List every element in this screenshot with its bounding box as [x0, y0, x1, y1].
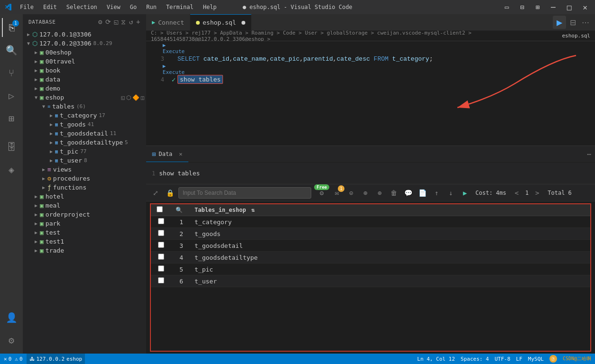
execute-link[interactable]: ▶ Execute	[163, 42, 185, 55]
tree-functions[interactable]: ▶ ƒ functions	[23, 183, 146, 192]
encoding-indicator[interactable]: UTF-8	[494, 356, 510, 362]
github-btn[interactable]: ⊙	[345, 187, 357, 199]
split-editor-btn[interactable]: ⊟	[568, 18, 578, 27]
explorer-activity-btn[interactable]: ⎘ 1	[2, 18, 21, 37]
prev-page-btn[interactable]: <	[511, 187, 522, 199]
new-file-btn[interactable]: 📄	[417, 187, 428, 199]
row-checkbox[interactable]	[158, 218, 164, 224]
row-checkbox[interactable]	[158, 254, 164, 260]
row-checkbox[interactable]	[158, 230, 164, 236]
add-row-btn[interactable]: ⊕	[360, 187, 371, 199]
tree-server1[interactable]: ▶ ⬡ 127.0.0.1@3306	[23, 30, 146, 39]
titlebar-menu[interactable]: File Edit Selection View Go Run Terminal…	[16, 3, 221, 11]
settings-icon[interactable]: ⚙	[98, 18, 102, 26]
row-checkbox[interactable]	[158, 242, 164, 248]
copy-btn[interactable]: ⊕	[374, 187, 385, 199]
menu-go[interactable]: Go	[126, 3, 140, 11]
language-indicator[interactable]: MySQL	[528, 356, 544, 362]
close-btn[interactable]: ✕	[580, 2, 590, 13]
tree-db-demo[interactable]: ▶ ▣ demo	[23, 84, 146, 93]
menu-run[interactable]: Run	[142, 3, 160, 11]
new-sql-icon[interactable]: ◫	[141, 94, 144, 101]
settings-activity-btn[interactable]: ⚙	[2, 331, 21, 350]
tree-db-test1[interactable]: ▶ ▣ test1	[23, 237, 146, 246]
sidebar-header-icons[interactable]: ⚙ ⟳ ◱ ⧖ ↺ +	[98, 18, 140, 26]
tree-db-meal[interactable]: ▶ ▣ meal	[23, 201, 146, 210]
history-icon[interactable]: ⧖	[121, 18, 126, 26]
tree-tables-group[interactable]: ▼ ≡ tables (6)	[23, 102, 146, 111]
notifications-indicator[interactable]: ⑦	[549, 355, 557, 363]
menu-view[interactable]: View	[103, 3, 124, 11]
code-line-3-content[interactable]: 3 SELECT cate_id,cate_name,cate_pic,pare…	[146, 54, 595, 64]
tab-eshop-sql[interactable]: eshop.sql	[190, 14, 251, 30]
expand-icon[interactable]: ⤢	[150, 187, 161, 199]
filter-icon[interactable]: ⬡	[126, 94, 131, 101]
lock-icon[interactable]: 🔒	[164, 187, 176, 199]
titlebar-controls[interactable]: ▭ ⊟ ⊞ ─ □ ✕	[502, 2, 590, 13]
tree-db-00travel[interactable]: ▶ ▣ 00travel	[23, 57, 146, 66]
tree-db-data[interactable]: ▶ ▣ data	[23, 75, 146, 84]
tree-views[interactable]: ▶ ≡ views	[23, 165, 146, 174]
line-ending-indicator[interactable]: LF	[516, 356, 522, 362]
search-activity-btn[interactable]: 🔍	[2, 41, 21, 60]
comment-btn[interactable]: 💬	[402, 187, 414, 199]
refresh2-icon[interactable]: ↺	[129, 18, 133, 26]
layout-icon[interactable]: ⊞	[533, 2, 542, 12]
tree-procedures[interactable]: ▶ ⚙ procedures	[23, 174, 146, 183]
tree-t_goodsdetailtype[interactable]: ▶ ▦ t_goodsdetailtype 5	[23, 138, 146, 147]
menu-help[interactable]: Help	[199, 3, 221, 11]
tree-db-hotel[interactable]: ▶ ▣ hotel	[23, 192, 146, 201]
source-control-activity-btn[interactable]: ⑂	[2, 64, 21, 82]
table-view-icon[interactable]: ◱	[121, 94, 125, 101]
menu-file[interactable]: File	[16, 3, 37, 11]
tree-db-orderproject[interactable]: ▶ ▣ orderproject	[23, 210, 146, 219]
more-icon[interactable]: ⋯	[587, 150, 591, 158]
run-result-btn[interactable]: ▶	[459, 187, 471, 199]
run-query-btn[interactable]: ▶	[553, 16, 566, 29]
extensions-activity-btn[interactable]: ⊞	[2, 109, 21, 128]
account-activity-btn[interactable]: 👤	[2, 308, 21, 327]
db-connection-status[interactable]: 🖧 127.0.0.2 eshop	[27, 354, 85, 364]
tree-db-eshop[interactable]: ▼ ▣ eshop ◱ ⬡ 🔶 ◫	[23, 93, 146, 102]
tree-db-test[interactable]: ▶ ▣ test	[23, 228, 146, 237]
tree-t_goods[interactable]: ▶ ▦ t_goods 41	[23, 120, 146, 129]
cursor-position[interactable]: Ln 4, Col 12	[417, 356, 455, 362]
tree-t_goodsdetail[interactable]: ▶ ▦ t_goodsdetail 11	[23, 129, 146, 138]
col-sort-icon[interactable]: ⇅	[251, 207, 255, 213]
more-actions-btn[interactable]: ⋯	[580, 18, 591, 27]
delete-btn[interactable]: 🗑	[388, 187, 400, 199]
row-checkbox[interactable]	[158, 277, 164, 283]
run-activity-btn[interactable]: ▷	[2, 86, 21, 105]
error-status[interactable]: ✕ 0 ⚠ 0	[4, 356, 23, 362]
maximize-btn[interactable]: □	[564, 2, 575, 13]
tree-server2[interactable]: ▼ ⬡ 127.0.0.2@3306 8.0.29	[23, 39, 146, 48]
layers-activity-btn[interactable]: ◈	[2, 160, 21, 179]
tree-db-book[interactable]: ▶ ▣ book	[23, 66, 146, 75]
close-tab-icon[interactable]: ✕	[179, 151, 182, 157]
query-icon[interactable]: 🔶	[132, 94, 139, 101]
tree-t_category[interactable]: ▶ ▦ t_category 17	[23, 111, 146, 120]
db-eshop-actions[interactable]: ◱ ⬡ 🔶 ◫	[121, 94, 146, 101]
execute-link[interactable]: ▶ Execute	[163, 63, 185, 75]
new-window-icon[interactable]: ◱	[114, 18, 118, 26]
tree-t_user[interactable]: ▶ ▦ t_user 8	[23, 156, 146, 165]
row-checkbox[interactable]	[158, 265, 164, 272]
download-btn[interactable]: ↓	[445, 187, 456, 199]
toggle-panel-icon[interactable]: ⊟	[517, 2, 527, 12]
toggle-sidebar-icon[interactable]: ▭	[502, 2, 511, 12]
refresh-icon[interactable]: ⟳	[105, 18, 112, 26]
panel-tab-actions[interactable]: ⋯	[587, 146, 595, 162]
tree-db-park[interactable]: ▶ ▣ park	[23, 219, 146, 228]
next-page-btn[interactable]: >	[531, 187, 543, 199]
tree-db-00eshop[interactable]: ▶ ▣ 00eshop	[23, 48, 146, 57]
add-connection-icon[interactable]: +	[136, 18, 140, 26]
menu-edit[interactable]: Edit	[39, 3, 61, 11]
search-data-input[interactable]	[178, 187, 311, 199]
run-btn-group[interactable]: ▶ ⊟ ⋯	[549, 14, 595, 30]
tab-connect[interactable]: ▶ Connect	[146, 14, 190, 30]
code-line-4[interactable]: 4 ✓ show tables	[146, 74, 595, 85]
menu-selection[interactable]: Selection	[63, 3, 101, 11]
minimize-btn[interactable]: ─	[548, 2, 558, 13]
tree-t_pic[interactable]: ▶ ▦ t_pic 77	[23, 147, 146, 156]
tab-data[interactable]: ⊞ Data ✕	[146, 146, 188, 162]
